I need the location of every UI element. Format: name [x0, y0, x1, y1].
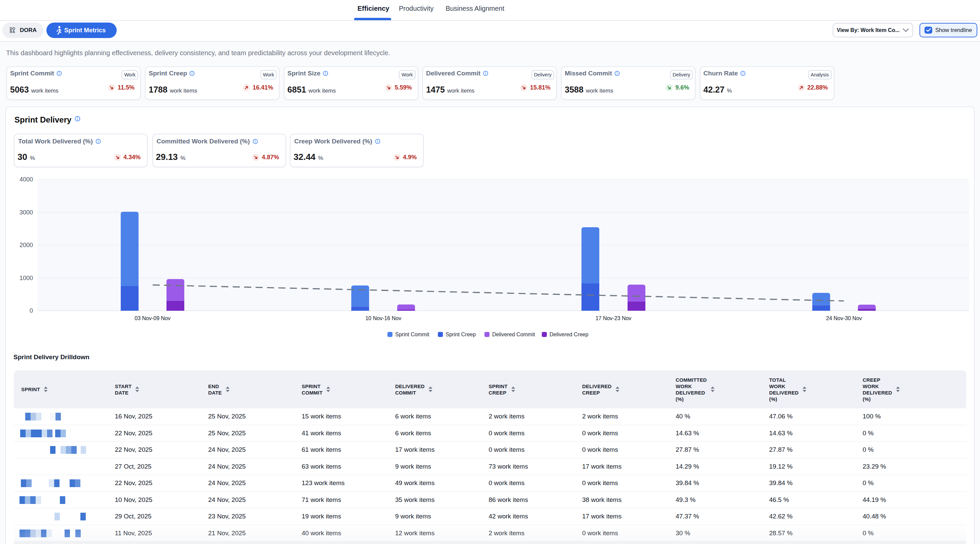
svg-text:1000: 1000	[19, 275, 33, 281]
svg-text:2000: 2000	[19, 242, 33, 249]
svg-text:17 Nov-23 Nov: 17 Nov-23 Nov	[596, 316, 632, 321]
svg-text:Delivered Creep: Delivered Creep	[549, 332, 589, 337]
svg-text:Delivered Commit: Delivered Commit	[492, 332, 535, 337]
svg-text:4000: 4000	[19, 176, 33, 183]
svg-text:3000: 3000	[19, 209, 33, 216]
svg-text:0: 0	[30, 307, 33, 314]
svg-text:Sprint Creep: Sprint Creep	[445, 332, 476, 337]
svg-text:10 Nov-16 Nov: 10 Nov-16 Nov	[365, 316, 401, 321]
svg-text:Sprint Commit: Sprint Commit	[395, 332, 430, 337]
svg-text:03 Nov-09 Nov: 03 Nov-09 Nov	[135, 316, 170, 321]
svg-text:24 Nov-30 Nov: 24 Nov-30 Nov	[826, 316, 862, 321]
